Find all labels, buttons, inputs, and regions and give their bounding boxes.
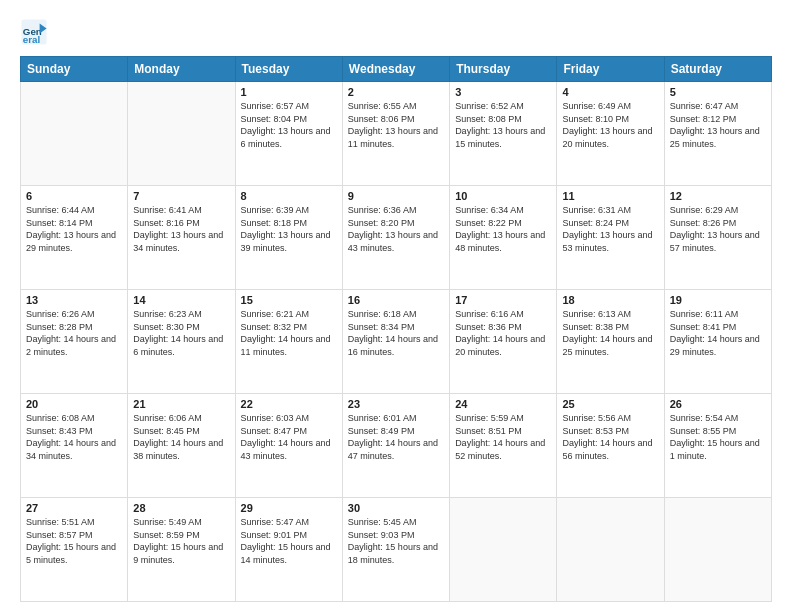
day-number: 8 — [241, 190, 337, 202]
weekday-header-thursday: Thursday — [450, 57, 557, 82]
day-number: 5 — [670, 86, 766, 98]
weekday-header-sunday: Sunday — [21, 57, 128, 82]
calendar-cell: 24Sunrise: 5:59 AM Sunset: 8:51 PM Dayli… — [450, 394, 557, 498]
calendar-cell: 20Sunrise: 6:08 AM Sunset: 8:43 PM Dayli… — [21, 394, 128, 498]
calendar-cell: 4Sunrise: 6:49 AM Sunset: 8:10 PM Daylig… — [557, 82, 664, 186]
day-number: 22 — [241, 398, 337, 410]
day-number: 3 — [455, 86, 551, 98]
calendar-cell: 12Sunrise: 6:29 AM Sunset: 8:26 PM Dayli… — [664, 186, 771, 290]
cell-info: Sunrise: 6:34 AM Sunset: 8:22 PM Dayligh… — [455, 204, 551, 254]
day-number: 12 — [670, 190, 766, 202]
day-number: 23 — [348, 398, 444, 410]
day-number: 17 — [455, 294, 551, 306]
cell-info: Sunrise: 6:26 AM Sunset: 8:28 PM Dayligh… — [26, 308, 122, 358]
cell-info: Sunrise: 5:56 AM Sunset: 8:53 PM Dayligh… — [562, 412, 658, 462]
logo: Gen eral — [20, 18, 52, 46]
calendar-cell: 8Sunrise: 6:39 AM Sunset: 8:18 PM Daylig… — [235, 186, 342, 290]
cell-info: Sunrise: 6:16 AM Sunset: 8:36 PM Dayligh… — [455, 308, 551, 358]
cell-info: Sunrise: 6:03 AM Sunset: 8:47 PM Dayligh… — [241, 412, 337, 462]
calendar-cell: 30Sunrise: 5:45 AM Sunset: 9:03 PM Dayli… — [342, 498, 449, 602]
calendar-cell: 19Sunrise: 6:11 AM Sunset: 8:41 PM Dayli… — [664, 290, 771, 394]
cell-info: Sunrise: 6:44 AM Sunset: 8:14 PM Dayligh… — [26, 204, 122, 254]
cell-info: Sunrise: 5:49 AM Sunset: 8:59 PM Dayligh… — [133, 516, 229, 566]
cell-info: Sunrise: 6:52 AM Sunset: 8:08 PM Dayligh… — [455, 100, 551, 150]
day-number: 10 — [455, 190, 551, 202]
cell-info: Sunrise: 5:59 AM Sunset: 8:51 PM Dayligh… — [455, 412, 551, 462]
weekday-header-saturday: Saturday — [664, 57, 771, 82]
calendar-cell: 15Sunrise: 6:21 AM Sunset: 8:32 PM Dayli… — [235, 290, 342, 394]
week-row-1: 1Sunrise: 6:57 AM Sunset: 8:04 PM Daylig… — [21, 82, 772, 186]
cell-info: Sunrise: 6:18 AM Sunset: 8:34 PM Dayligh… — [348, 308, 444, 358]
day-number: 7 — [133, 190, 229, 202]
cell-info: Sunrise: 6:13 AM Sunset: 8:38 PM Dayligh… — [562, 308, 658, 358]
page: Gen eral SundayMondayTuesdayWednesdayThu… — [0, 0, 792, 612]
calendar-cell: 11Sunrise: 6:31 AM Sunset: 8:24 PM Dayli… — [557, 186, 664, 290]
calendar-cell: 26Sunrise: 5:54 AM Sunset: 8:55 PM Dayli… — [664, 394, 771, 498]
cell-info: Sunrise: 5:45 AM Sunset: 9:03 PM Dayligh… — [348, 516, 444, 566]
cell-info: Sunrise: 6:41 AM Sunset: 8:16 PM Dayligh… — [133, 204, 229, 254]
cell-info: Sunrise: 6:31 AM Sunset: 8:24 PM Dayligh… — [562, 204, 658, 254]
day-number: 14 — [133, 294, 229, 306]
day-number: 15 — [241, 294, 337, 306]
cell-info: Sunrise: 6:23 AM Sunset: 8:30 PM Dayligh… — [133, 308, 229, 358]
day-number: 13 — [26, 294, 122, 306]
calendar-cell: 27Sunrise: 5:51 AM Sunset: 8:57 PM Dayli… — [21, 498, 128, 602]
calendar-cell: 29Sunrise: 5:47 AM Sunset: 9:01 PM Dayli… — [235, 498, 342, 602]
cell-info: Sunrise: 6:08 AM Sunset: 8:43 PM Dayligh… — [26, 412, 122, 462]
calendar-cell: 2Sunrise: 6:55 AM Sunset: 8:06 PM Daylig… — [342, 82, 449, 186]
week-row-5: 27Sunrise: 5:51 AM Sunset: 8:57 PM Dayli… — [21, 498, 772, 602]
cell-info: Sunrise: 6:29 AM Sunset: 8:26 PM Dayligh… — [670, 204, 766, 254]
logo-icon: Gen eral — [20, 18, 48, 46]
cell-info: Sunrise: 6:21 AM Sunset: 8:32 PM Dayligh… — [241, 308, 337, 358]
day-number: 25 — [562, 398, 658, 410]
day-number: 20 — [26, 398, 122, 410]
weekday-header-tuesday: Tuesday — [235, 57, 342, 82]
calendar-cell — [664, 498, 771, 602]
weekday-header-monday: Monday — [128, 57, 235, 82]
day-number: 11 — [562, 190, 658, 202]
calendar-cell: 21Sunrise: 6:06 AM Sunset: 8:45 PM Dayli… — [128, 394, 235, 498]
cell-info: Sunrise: 5:47 AM Sunset: 9:01 PM Dayligh… — [241, 516, 337, 566]
day-number: 4 — [562, 86, 658, 98]
cell-info: Sunrise: 5:51 AM Sunset: 8:57 PM Dayligh… — [26, 516, 122, 566]
svg-text:eral: eral — [23, 34, 41, 45]
calendar-cell: 23Sunrise: 6:01 AM Sunset: 8:49 PM Dayli… — [342, 394, 449, 498]
day-number: 26 — [670, 398, 766, 410]
calendar-cell: 17Sunrise: 6:16 AM Sunset: 8:36 PM Dayli… — [450, 290, 557, 394]
day-number: 24 — [455, 398, 551, 410]
week-row-4: 20Sunrise: 6:08 AM Sunset: 8:43 PM Dayli… — [21, 394, 772, 498]
day-number: 16 — [348, 294, 444, 306]
day-number: 29 — [241, 502, 337, 514]
calendar-cell: 22Sunrise: 6:03 AM Sunset: 8:47 PM Dayli… — [235, 394, 342, 498]
day-number: 27 — [26, 502, 122, 514]
cell-info: Sunrise: 6:36 AM Sunset: 8:20 PM Dayligh… — [348, 204, 444, 254]
cell-info: Sunrise: 6:57 AM Sunset: 8:04 PM Dayligh… — [241, 100, 337, 150]
calendar-cell: 10Sunrise: 6:34 AM Sunset: 8:22 PM Dayli… — [450, 186, 557, 290]
calendar-cell: 25Sunrise: 5:56 AM Sunset: 8:53 PM Dayli… — [557, 394, 664, 498]
calendar-cell: 1Sunrise: 6:57 AM Sunset: 8:04 PM Daylig… — [235, 82, 342, 186]
calendar-cell: 3Sunrise: 6:52 AM Sunset: 8:08 PM Daylig… — [450, 82, 557, 186]
calendar-cell — [450, 498, 557, 602]
calendar-cell: 5Sunrise: 6:47 AM Sunset: 8:12 PM Daylig… — [664, 82, 771, 186]
cell-info: Sunrise: 6:06 AM Sunset: 8:45 PM Dayligh… — [133, 412, 229, 462]
cell-info: Sunrise: 6:11 AM Sunset: 8:41 PM Dayligh… — [670, 308, 766, 358]
day-number: 9 — [348, 190, 444, 202]
calendar-cell — [557, 498, 664, 602]
day-number: 6 — [26, 190, 122, 202]
header: Gen eral — [20, 18, 772, 46]
cell-info: Sunrise: 5:54 AM Sunset: 8:55 PM Dayligh… — [670, 412, 766, 462]
calendar-cell: 7Sunrise: 6:41 AM Sunset: 8:16 PM Daylig… — [128, 186, 235, 290]
cell-info: Sunrise: 6:47 AM Sunset: 8:12 PM Dayligh… — [670, 100, 766, 150]
day-number: 30 — [348, 502, 444, 514]
calendar-cell: 18Sunrise: 6:13 AM Sunset: 8:38 PM Dayli… — [557, 290, 664, 394]
calendar-cell — [21, 82, 128, 186]
week-row-2: 6Sunrise: 6:44 AM Sunset: 8:14 PM Daylig… — [21, 186, 772, 290]
day-number: 1 — [241, 86, 337, 98]
calendar-table: SundayMondayTuesdayWednesdayThursdayFrid… — [20, 56, 772, 602]
calendar-cell: 16Sunrise: 6:18 AM Sunset: 8:34 PM Dayli… — [342, 290, 449, 394]
day-number: 19 — [670, 294, 766, 306]
day-number: 2 — [348, 86, 444, 98]
day-number: 28 — [133, 502, 229, 514]
cell-info: Sunrise: 6:39 AM Sunset: 8:18 PM Dayligh… — [241, 204, 337, 254]
week-row-3: 13Sunrise: 6:26 AM Sunset: 8:28 PM Dayli… — [21, 290, 772, 394]
